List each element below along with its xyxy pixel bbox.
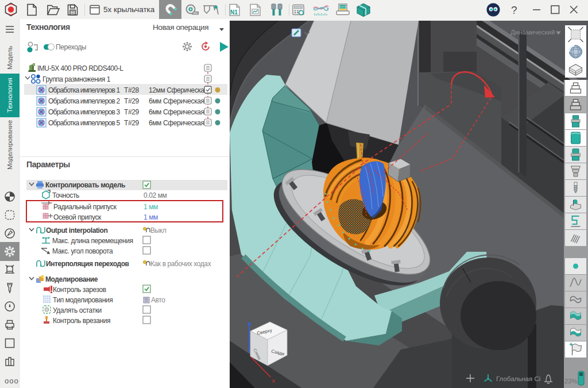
svg-text:Глобальная Сi: Глобальная Сi	[496, 375, 540, 382]
svg-text:Динамический: Динамический	[510, 29, 555, 36]
svg-text:N1: N1	[230, 9, 238, 16]
svg-text:?: ?	[511, 4, 517, 16]
svg-text:23%: 23%	[564, 378, 577, 385]
svg-text:X: X	[272, 378, 276, 384]
